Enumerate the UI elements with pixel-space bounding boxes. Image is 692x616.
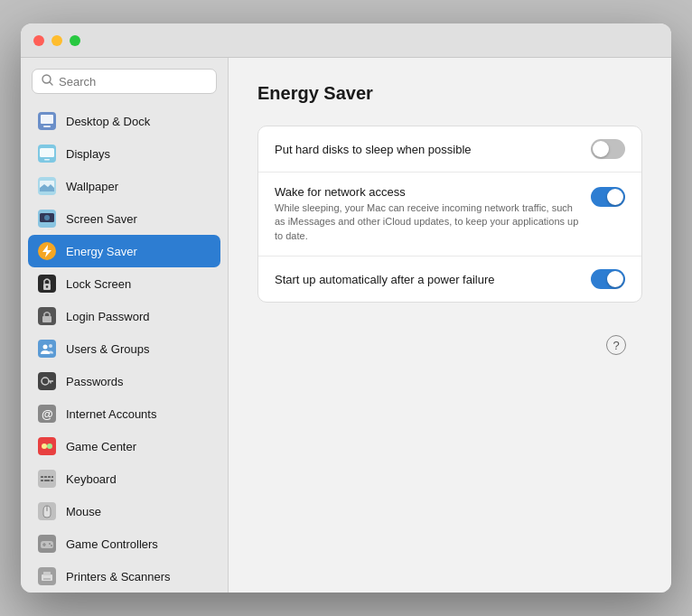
close-button[interactable] [33, 35, 44, 46]
svg-rect-50 [43, 578, 51, 580]
hard-disks-toggle[interactable] [591, 139, 625, 159]
desktop-dock-icon [37, 111, 57, 131]
energy-saver-icon [37, 241, 57, 261]
settings-section: Put hard disks to sleep when possible Wa… [257, 126, 642, 303]
setting-label: Wake for network access [275, 185, 580, 199]
sidebar-item-label: Keyboard [66, 472, 117, 486]
traffic-lights [33, 35, 80, 46]
sidebar-item-label: Users & Groups [66, 342, 149, 356]
svg-rect-34 [48, 476, 51, 478]
search-input[interactable] [59, 75, 207, 89]
setting-label: Start up automatically after a power fai… [275, 273, 591, 286]
main-content: Energy Saver Put hard disks to sleep whe… [229, 58, 671, 593]
window-body: Desktop & Dock Displays Wallpaper [21, 58, 671, 593]
help-row: ? [257, 321, 642, 355]
internet-accounts-icon: @ [37, 404, 57, 424]
maximize-button[interactable] [70, 35, 80, 46]
toggle-thumb [593, 141, 609, 157]
svg-rect-33 [44, 476, 47, 478]
help-button[interactable]: ? [606, 335, 626, 355]
sidebar-item-wallpaper[interactable]: Wallpaper [28, 170, 220, 202]
sidebar-item-energy-saver[interactable]: Energy Saver [28, 235, 220, 267]
svg-rect-4 [43, 126, 51, 127]
titlebar [21, 23, 671, 58]
svg-point-12 [44, 215, 50, 220]
svg-rect-19 [38, 340, 56, 358]
sidebar-list: Desktop & Dock Displays Wallpaper [21, 101, 228, 593]
sidebar-item-lock-screen[interactable]: Lock Screen [28, 267, 220, 300]
svg-line-1 [50, 82, 52, 85]
sidebar-item-label: Mouse [66, 505, 101, 518]
sidebar-item-game-center[interactable]: Game Center [28, 430, 220, 462]
settings-row-content: Start up automatically after a power fai… [275, 273, 591, 286]
svg-rect-18 [42, 316, 51, 322]
setting-subtitle: While sleeping, your Mac can receive inc… [275, 201, 580, 243]
screen-saver-icon [37, 209, 57, 229]
game-center-icon [37, 436, 57, 456]
mouse-icon [37, 501, 57, 521]
sidebar-item-passwords[interactable]: Passwords [28, 365, 220, 397]
wallpaper-icon [37, 176, 57, 196]
svg-rect-6 [40, 148, 54, 157]
svg-point-45 [49, 543, 51, 545]
sidebar-item-label: Login Password [66, 310, 150, 323]
svg-rect-7 [44, 159, 50, 161]
svg-rect-49 [43, 572, 51, 575]
sidebar-item-printers-scanners[interactable]: Printers & Scanners [28, 560, 220, 593]
svg-rect-36 [41, 480, 43, 481]
sidebar-item-displays[interactable]: Displays [28, 137, 220, 170]
sidebar-item-desktop-dock[interactable]: Desktop & Dock [28, 105, 220, 137]
sidebar-item-label: Game Center [66, 440, 136, 453]
main-window: Desktop & Dock Displays Wallpaper [21, 23, 671, 593]
svg-rect-32 [41, 476, 43, 478]
svg-point-21 [49, 344, 52, 348]
users-groups-icon [37, 339, 57, 359]
sidebar-item-label: Internet Accounts [66, 407, 156, 421]
lock-screen-icon [37, 274, 57, 294]
minimize-button[interactable] [51, 35, 62, 46]
sidebar-item-game-controllers[interactable]: Game Controllers [28, 527, 220, 560]
sidebar-item-users-groups[interactable]: Users & Groups [28, 332, 220, 365]
svg-point-30 [47, 443, 52, 449]
startup-power-toggle[interactable] [591, 269, 625, 289]
game-controllers-icon [37, 534, 57, 554]
sidebar: Desktop & Dock Displays Wallpaper [21, 58, 229, 593]
svg-rect-35 [51, 476, 53, 478]
svg-rect-31 [38, 470, 56, 488]
sidebar-item-label: Lock Screen [66, 277, 131, 291]
sidebar-item-label: Energy Saver [66, 245, 137, 258]
sidebar-item-label: Displays [66, 147, 110, 161]
settings-row-hard-disks: Put hard disks to sleep when possible [258, 126, 641, 173]
svg-point-46 [51, 545, 52, 546]
sidebar-item-mouse[interactable]: Mouse [28, 495, 220, 527]
sidebar-item-label: Game Controllers [66, 537, 158, 551]
sidebar-item-login-password[interactable]: Login Password [28, 300, 220, 332]
printers-scanners-icon [37, 566, 57, 586]
svg-rect-3 [41, 115, 53, 124]
svg-rect-37 [44, 480, 50, 481]
svg-rect-38 [51, 480, 53, 481]
sidebar-item-label: Printers & Scanners [66, 570, 171, 583]
sidebar-item-label: Screen Saver [66, 212, 137, 226]
keyboard-icon [37, 469, 57, 489]
sidebar-item-screen-saver[interactable]: Screen Saver [28, 202, 220, 235]
svg-point-16 [46, 285, 48, 287]
settings-row-content: Put hard disks to sleep when possible [275, 143, 591, 156]
settings-row-content: Wake for network access While sleeping, … [275, 185, 580, 243]
search-container [21, 58, 228, 101]
search-bar[interactable] [32, 69, 217, 94]
sidebar-item-label: Passwords [66, 375, 124, 388]
svg-text:@: @ [42, 407, 53, 421]
sidebar-item-label: Wallpaper [66, 180, 118, 193]
sidebar-item-keyboard[interactable]: Keyboard [28, 462, 220, 495]
sidebar-item-internet-accounts[interactable]: @ Internet Accounts [28, 397, 220, 430]
displays-icon [37, 144, 57, 163]
passwords-icon [37, 371, 57, 391]
page-title: Energy Saver [257, 83, 642, 104]
wake-network-toggle[interactable] [591, 187, 625, 207]
toggle-thumb [607, 189, 623, 205]
settings-row-wake-network: Wake for network access While sleeping, … [258, 173, 641, 257]
login-password-icon [37, 306, 57, 326]
svg-point-41 [46, 509, 48, 510]
settings-row-startup-power: Start up automatically after a power fai… [258, 257, 641, 302]
